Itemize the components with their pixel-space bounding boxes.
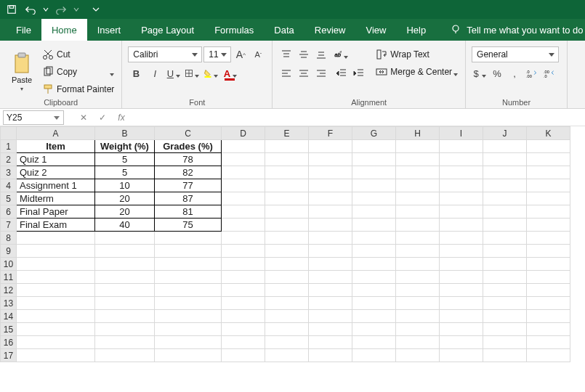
cell-D7[interactable] bbox=[222, 219, 265, 232]
cell-G3[interactable] bbox=[352, 166, 396, 179]
cell-K4[interactable] bbox=[527, 179, 570, 192]
cell-C14[interactable] bbox=[155, 310, 222, 323]
border-button[interactable] bbox=[185, 65, 201, 81]
cell-K11[interactable] bbox=[527, 271, 570, 284]
cell-C15[interactable] bbox=[155, 323, 222, 336]
cell-F2[interactable] bbox=[309, 153, 352, 166]
cell-I11[interactable] bbox=[440, 271, 483, 284]
name-box[interactable]: Y25 bbox=[3, 110, 64, 125]
cell-B4[interactable]: 10 bbox=[95, 179, 155, 192]
cell-H11[interactable] bbox=[396, 271, 440, 284]
cell-I15[interactable] bbox=[440, 323, 483, 336]
cell-G16[interactable] bbox=[352, 336, 396, 349]
row-header-7[interactable]: 7 bbox=[1, 219, 17, 232]
cell-D17[interactable] bbox=[222, 349, 265, 362]
cell-F4[interactable] bbox=[309, 179, 352, 192]
tab-file[interactable]: File bbox=[6, 19, 41, 41]
tell-me-search[interactable]: Tell me what you want to do bbox=[451, 19, 583, 41]
cell-A15[interactable] bbox=[17, 323, 95, 336]
cell-H10[interactable] bbox=[396, 258, 440, 271]
save-icon[interactable] bbox=[4, 2, 19, 17]
undo-icon[interactable] bbox=[23, 2, 38, 17]
col-header-F[interactable]: F bbox=[309, 127, 352, 140]
cell-F1[interactable] bbox=[309, 140, 352, 153]
cell-H17[interactable] bbox=[396, 349, 440, 362]
cell-D5[interactable] bbox=[222, 192, 265, 205]
cell-C17[interactable] bbox=[155, 349, 222, 362]
col-header-B[interactable]: B bbox=[95, 127, 155, 140]
cell-B2[interactable]: 5 bbox=[95, 153, 155, 166]
cell-D16[interactable] bbox=[222, 336, 265, 349]
col-header-I[interactable]: I bbox=[440, 127, 483, 140]
underline-button[interactable]: U bbox=[166, 65, 182, 81]
cell-F7[interactable] bbox=[309, 219, 352, 232]
cell-H5[interactable] bbox=[396, 192, 440, 205]
cell-J12[interactable] bbox=[483, 284, 527, 297]
row-header-1[interactable]: 1 bbox=[1, 140, 17, 153]
cell-A5[interactable]: Midterm bbox=[17, 192, 95, 205]
tab-review[interactable]: Review bbox=[304, 19, 356, 41]
cell-D6[interactable] bbox=[222, 205, 265, 219]
cell-K15[interactable] bbox=[527, 323, 570, 336]
increase-indent-icon[interactable] bbox=[351, 65, 367, 81]
cell-E11[interactable] bbox=[265, 271, 309, 284]
cell-G8[interactable] bbox=[352, 232, 396, 245]
font-name-combo[interactable]: Calibri bbox=[128, 46, 202, 62]
cell-C3[interactable]: 82 bbox=[155, 166, 222, 179]
percent-format-button[interactable]: % bbox=[489, 65, 505, 81]
row-header-8[interactable]: 8 bbox=[1, 232, 17, 245]
cell-D1[interactable] bbox=[222, 140, 265, 153]
cell-E9[interactable] bbox=[265, 245, 309, 258]
cell-G15[interactable] bbox=[352, 323, 396, 336]
cell-B3[interactable]: 5 bbox=[95, 166, 155, 179]
increase-font-icon[interactable]: A^ bbox=[233, 46, 249, 62]
decrease-decimal-button[interactable]: .00.0 bbox=[541, 65, 557, 81]
align-right-icon[interactable] bbox=[313, 65, 329, 81]
cell-D3[interactable] bbox=[222, 166, 265, 179]
cell-E7[interactable] bbox=[265, 219, 309, 232]
cell-A16[interactable] bbox=[17, 336, 95, 349]
cell-C13[interactable] bbox=[155, 297, 222, 310]
cell-D15[interactable] bbox=[222, 323, 265, 336]
cell-H16[interactable] bbox=[396, 336, 440, 349]
qat-dropdown-icon-2[interactable] bbox=[73, 2, 80, 17]
font-color-button[interactable]: A bbox=[222, 65, 238, 81]
col-header-G[interactable]: G bbox=[352, 127, 396, 140]
cell-J17[interactable] bbox=[483, 349, 527, 362]
col-header-D[interactable]: D bbox=[222, 127, 265, 140]
cell-I8[interactable] bbox=[440, 232, 483, 245]
cell-E4[interactable] bbox=[265, 179, 309, 192]
cell-H12[interactable] bbox=[396, 284, 440, 297]
cell-I2[interactable] bbox=[440, 153, 483, 166]
cell-J2[interactable] bbox=[483, 153, 527, 166]
cell-K6[interactable] bbox=[527, 205, 570, 219]
cell-H13[interactable] bbox=[396, 297, 440, 310]
cell-J5[interactable] bbox=[483, 192, 527, 205]
bold-button[interactable]: B bbox=[128, 65, 144, 81]
cell-F6[interactable] bbox=[309, 205, 352, 219]
cell-B1[interactable]: Weight (%) bbox=[95, 140, 155, 153]
cell-I13[interactable] bbox=[440, 297, 483, 310]
accept-formula-icon[interactable]: ✓ bbox=[94, 113, 110, 123]
cell-A7[interactable]: Final Exam bbox=[17, 219, 95, 232]
cell-J11[interactable] bbox=[483, 271, 527, 284]
cell-H9[interactable] bbox=[396, 245, 440, 258]
cell-C12[interactable] bbox=[155, 284, 222, 297]
cell-G9[interactable] bbox=[352, 245, 396, 258]
cell-F5[interactable] bbox=[309, 192, 352, 205]
cell-D2[interactable] bbox=[222, 153, 265, 166]
cell-E8[interactable] bbox=[265, 232, 309, 245]
cell-B15[interactable] bbox=[95, 323, 155, 336]
format-painter-button[interactable]: Format Painter bbox=[41, 81, 116, 97]
cell-B7[interactable]: 40 bbox=[95, 219, 155, 232]
cell-A13[interactable] bbox=[17, 297, 95, 310]
cell-D8[interactable] bbox=[222, 232, 265, 245]
row-header-4[interactable]: 4 bbox=[1, 179, 17, 192]
cell-E3[interactable] bbox=[265, 166, 309, 179]
cell-F17[interactable] bbox=[309, 349, 352, 362]
row-header-13[interactable]: 13 bbox=[1, 297, 17, 310]
row-header-5[interactable]: 5 bbox=[1, 192, 17, 205]
cell-K9[interactable] bbox=[527, 245, 570, 258]
cell-K5[interactable] bbox=[527, 192, 570, 205]
cell-A8[interactable] bbox=[17, 232, 95, 245]
